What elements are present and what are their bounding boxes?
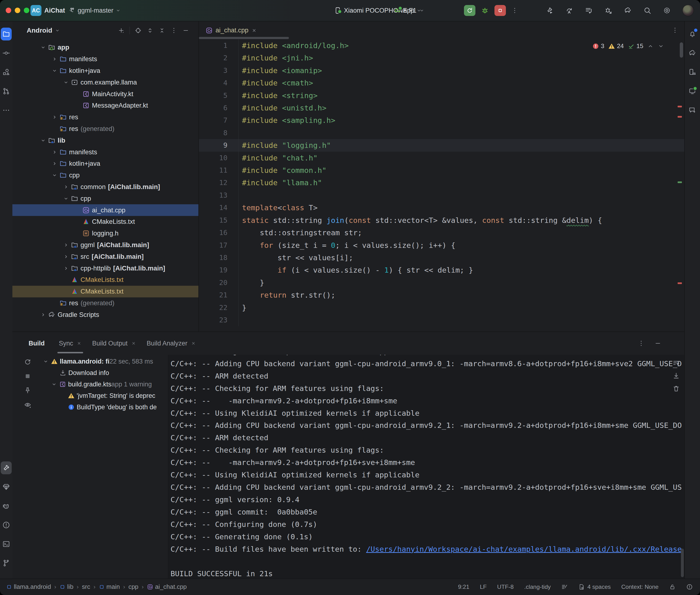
attach-debugger-icon[interactable] <box>604 6 612 15</box>
gradle-tool-button[interactable] <box>687 47 698 59</box>
scroll-to-end-icon[interactable] <box>672 372 680 379</box>
tree-item-res[interactable]: res(generated) <box>12 298 198 309</box>
stripe-mark[interactable] <box>678 181 682 183</box>
tree-item-cpp-httplib[interactable]: cpp-httplib[AiChat.lib.main] <box>12 262 198 274</box>
chevron-down-icon[interactable] <box>42 358 50 365</box>
code-line-13[interactable]: 13 <box>199 189 684 201</box>
code-line-2[interactable]: 2#include <jni.h> <box>199 52 684 64</box>
logcat-lines-icon[interactable] <box>585 6 593 15</box>
code-line-23[interactable]: 23 <box>199 314 684 326</box>
breadcrumb-item-cpp[interactable]: cpp <box>129 583 138 591</box>
code-line-14[interactable]: 14template<class T> <box>199 201 684 214</box>
close-button[interactable] <box>6 8 11 13</box>
code-line-16[interactable]: 16 std::ostringstream str; <box>199 226 684 239</box>
version-control-tool-button[interactable] <box>1 557 12 569</box>
build-tree-item[interactable]: llama.android: fi22 sec, 583 ms <box>34 356 180 367</box>
code-line-6[interactable]: 6#include <unistd.h> <box>199 102 684 114</box>
breadcrumb-item-lib[interactable]: lib <box>60 583 73 591</box>
chevron-down-icon[interactable] <box>51 67 59 74</box>
build-output-path-link[interactable]: /Users/hanyin/Workspace/ai-chat/examples… <box>366 545 682 553</box>
expand-all-icon[interactable] <box>146 27 153 34</box>
chevron-down-icon[interactable] <box>51 172 59 178</box>
code-line-20[interactable]: 20 } <box>199 277 684 289</box>
status-caret-position[interactable]: 9:21 <box>458 584 470 590</box>
tree-item-kotlin-java[interactable]: kotlin+java <box>12 65 198 77</box>
tree-item-gradle-scripts[interactable]: Gradle Scripts <box>12 309 198 320</box>
editor-options-kebab-icon[interactable] <box>671 27 678 34</box>
close-icon[interactable] <box>251 28 257 33</box>
close-icon[interactable] <box>191 341 196 346</box>
stop-square-icon[interactable] <box>22 370 34 382</box>
tree-item-ai-chat-cpp[interactable]: ai_chat.cpp <box>12 204 198 216</box>
status-clang-tidy[interactable]: .clang-tidy <box>524 584 551 590</box>
error-stripe-mark[interactable] <box>678 106 682 107</box>
resource-manager-tool-button[interactable] <box>1 66 12 79</box>
code-line-22[interactable]: 22} <box>199 302 684 314</box>
chevron-right-icon[interactable] <box>62 242 70 248</box>
build-tab-build-output[interactable]: Build Output <box>92 332 136 355</box>
error-stripe-mark[interactable] <box>678 282 682 284</box>
previous-problem-icon[interactable] <box>647 43 654 50</box>
chevron-right-icon[interactable] <box>62 184 70 190</box>
sync-changes-icon[interactable] <box>565 6 573 15</box>
project-widget[interactable]: AC AiChat <box>30 0 74 21</box>
options-kebab-icon[interactable] <box>638 340 645 347</box>
chevron-right-icon[interactable] <box>51 149 59 155</box>
options-kebab-icon[interactable] <box>170 27 177 34</box>
locate-file-icon[interactable] <box>135 27 142 34</box>
preview-eye-icon[interactable] <box>22 399 34 411</box>
pull-requests-tool-button[interactable] <box>1 85 12 97</box>
more-tool-windows-tool-button[interactable] <box>1 104 12 117</box>
code-line-7[interactable]: 7#include <sampling.h> <box>199 114 684 126</box>
code-line-8[interactable]: 8 <box>199 127 684 139</box>
tree-item-res[interactable]: res <box>12 111 198 123</box>
device-manager-tool-button[interactable] <box>687 66 698 79</box>
logcat-cat-tool-button[interactable] <box>1 500 12 512</box>
status-context[interactable]: Context: None <box>621 584 659 590</box>
hide-panel-icon[interactable] <box>654 340 662 347</box>
problems-tool-button[interactable] <box>1 518 12 532</box>
chevron-down-icon[interactable] <box>62 196 70 202</box>
stop-button[interactable] <box>495 5 506 16</box>
tree-item-cpp[interactable]: cpp <box>12 193 198 204</box>
close-icon[interactable] <box>131 341 136 346</box>
code-line-15[interactable]: 15static std::string join(const std::vec… <box>199 214 684 226</box>
tree-item-manifests[interactable]: manifests <box>12 146 198 158</box>
chevron-right-icon[interactable] <box>51 161 59 167</box>
code-line-3[interactable]: 3#include <iomanip> <box>199 64 684 77</box>
settings-gear-icon[interactable] <box>663 6 671 15</box>
status-encoding[interactable]: UTF-8 <box>497 584 513 590</box>
add-icon[interactable] <box>118 27 125 34</box>
code-line-10[interactable]: 10#include "chat.h" <box>199 152 684 164</box>
status-indent-setting[interactable]: 4 spaces <box>578 584 611 590</box>
build-console[interactable]: C/C++: -- Using KleidiAI optimized kerne… <box>168 355 684 579</box>
code-line-21[interactable]: 21 return str.str(); <box>199 289 684 301</box>
pin-icon[interactable] <box>22 384 34 397</box>
chevron-right-icon[interactable] <box>51 56 59 62</box>
chevron-right-icon[interactable] <box>62 265 70 272</box>
inspection-widget[interactable]: 3 24 15 <box>592 42 664 50</box>
status-formatter-icon[interactable] <box>561 584 568 590</box>
tree-item-cmakelists-txt[interactable]: CMakeLists.txt <box>12 274 198 286</box>
tab-scrollbar[interactable] <box>199 37 289 39</box>
tree-item-ggml[interactable]: ggml[AiChat.lib.main] <box>12 239 198 251</box>
debug-icon[interactable] <box>481 6 489 15</box>
tree-item-cpp[interactable]: cpp <box>12 170 198 181</box>
code-line-18[interactable]: 18 str << values[i]; <box>199 251 684 264</box>
zoom-button[interactable] <box>24 8 29 13</box>
build-tree-item[interactable]: Download info <box>34 367 180 378</box>
build-tab-sync[interactable]: Sync <box>59 332 82 355</box>
search-icon[interactable] <box>643 6 651 15</box>
commit-tool-button[interactable] <box>1 47 12 59</box>
editor-scrollbar[interactable] <box>680 42 683 58</box>
status-line-ending[interactable]: LF <box>480 584 487 590</box>
hide-panel-icon[interactable] <box>182 27 189 34</box>
breadcrumb-item-src[interactable]: src <box>82 583 90 591</box>
chevron-down-icon[interactable] <box>62 79 70 85</box>
breadcrumb-item-ai-chat-cpp[interactable]: ai_chat.cpp <box>147 583 187 591</box>
next-problem-icon[interactable] <box>657 43 664 50</box>
gradle-sync-icon[interactable] <box>624 6 632 15</box>
tree-item-src[interactable]: src[AiChat.lib.main] <box>12 251 198 262</box>
breadcrumb-item-llama-android[interactable]: llama.android <box>6 583 51 591</box>
terminal-tool-button[interactable] <box>1 538 12 550</box>
